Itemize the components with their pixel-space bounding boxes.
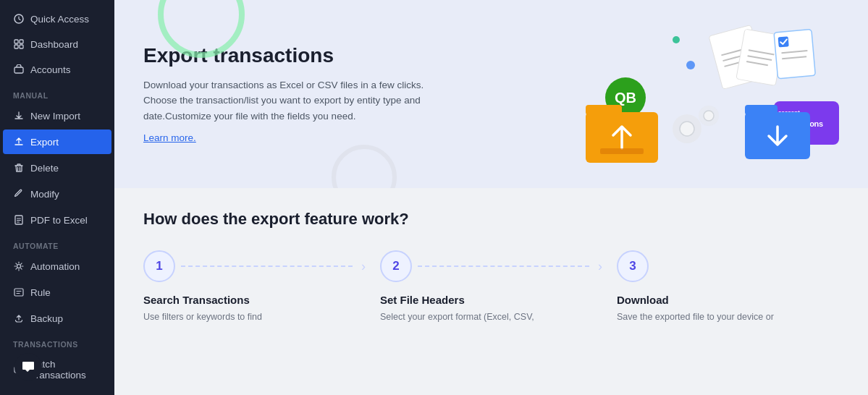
hero-banner: Export transactions Download your transa… [114, 0, 868, 188]
rule-icon [13, 286, 25, 298]
new-import-icon [13, 110, 25, 122]
backup-icon [13, 313, 25, 324]
sidebar-section-manual: MANUAL [0, 82, 114, 103]
svg-rect-15 [600, 148, 644, 154]
svg-point-7 [17, 265, 21, 268]
svg-rect-1 [14, 40, 18, 43]
sidebar-item-delete-label: Delete [30, 163, 59, 174]
sidebar-item-quick-access[interactable]: Quick Access [3, 7, 111, 31]
pdf-icon [13, 214, 25, 226]
sidebar-section-automate: AUTOMATE [0, 233, 114, 253]
hero-illustration: QB [564, 22, 839, 166]
dashboard-icon [13, 38, 25, 50]
step-1-circle: 1 [143, 250, 175, 282]
svg-rect-8 [14, 289, 23, 296]
svg-point-40 [686, 61, 695, 69]
svg-rect-2 [20, 40, 23, 43]
chat-bubble[interactable] [14, 353, 42, 381]
main-content: Export transactions Download your transa… [114, 0, 868, 395]
sidebar: Quick Access Dashboard Accounts MANUAL N… [0, 0, 114, 395]
sidebar-item-backup[interactable]: Backup [3, 306, 111, 331]
delete-icon [13, 162, 25, 174]
sidebar-item-accounts-label: Accounts [30, 64, 71, 75]
sidebar-item-backup-label: Backup [30, 313, 63, 324]
sidebar-item-pdf-to-excel[interactable]: PDF to Excel [3, 208, 111, 232]
steps-section-title: How does the export feature work? [143, 210, 839, 229]
accounts-icon [13, 64, 25, 75]
sidebar-item-export[interactable]: Export [3, 129, 111, 154]
step-1-arrow: › [361, 259, 366, 274]
step-2-desc: Select your export format (Excel, CSV, [380, 310, 602, 324]
step-2-label: Set File Headers [380, 294, 602, 306]
sidebar-item-dashboard-label: Dashboard [30, 39, 78, 50]
quick-access-icon [13, 13, 25, 25]
svg-rect-3 [14, 45, 18, 48]
sidebar-item-automation[interactable]: Automation [3, 254, 111, 279]
sidebar-item-accounts[interactable]: Accounts [3, 57, 111, 82]
svg-point-39 [704, 111, 714, 121]
step-2-circle: 2 [380, 250, 412, 282]
svg-point-37 [680, 122, 694, 136]
step-2: 2 › Set File Headers Select your export … [380, 250, 602, 324]
step-1-label: Search Transactions [143, 294, 366, 306]
step-3-label: Download [617, 294, 839, 306]
step-3: 3 Download Save the exported file to you… [617, 250, 839, 324]
sidebar-item-automation-label: Automation [30, 261, 80, 272]
sidebar-section-transactions: TRANSACTIONS [0, 331, 114, 352]
sidebar-item-modify-label: Modify [30, 189, 59, 200]
step-2-arrow: › [598, 259, 602, 274]
sidebar-item-rule[interactable]: Rule [3, 280, 111, 305]
svg-rect-14 [586, 105, 622, 115]
export-icon [13, 136, 25, 148]
svg-rect-5 [14, 67, 23, 73]
step-3-desc: Save the exported file to your device or [617, 310, 839, 324]
step-1-connector [181, 266, 353, 267]
svg-rect-35 [745, 105, 778, 115]
svg-point-25 [673, 36, 680, 43]
svg-text:QB: QB [615, 90, 636, 106]
sidebar-item-delete[interactable]: Delete [3, 156, 111, 180]
hero-description: Download your transactions as Excel or C… [143, 77, 433, 124]
step-1: 1 › Search Transactions Use filters or k… [143, 250, 366, 324]
sidebar-item-rule-label: Rule [30, 287, 51, 298]
sidebar-item-export-label: Export [30, 137, 59, 148]
sidebar-item-new-import[interactable]: New Import [3, 103, 111, 128]
learn-more-link[interactable]: Learn more. [143, 132, 196, 143]
hero-text-block: Export transactions Download your transa… [143, 44, 433, 145]
step-2-connector [418, 266, 589, 267]
modify-icon [13, 188, 25, 200]
step-1-desc: Use filters or keywords to find [143, 310, 366, 324]
deco-circle-bottom [332, 145, 397, 188]
sidebar-item-pdf-to-excel-label: PDF to Excel [30, 215, 88, 226]
steps-section: How does the export feature work? 1 › Se… [114, 188, 868, 346]
sidebar-item-new-import-label: New Import [30, 111, 80, 122]
svg-rect-4 [20, 45, 23, 48]
svg-rect-28 [778, 36, 789, 47]
steps-row: 1 › Search Transactions Use filters or k… [143, 250, 839, 324]
sidebar-item-credit[interactable]: Credit [3, 388, 111, 395]
sidebar-item-quick-access-label: Quick Access [30, 14, 89, 25]
automation-icon [13, 260, 25, 272]
sidebar-item-dashboard[interactable]: Dashboard [3, 32, 111, 56]
step-3-circle: 3 [617, 250, 649, 282]
sidebar-item-modify[interactable]: Modify [3, 182, 111, 206]
svg-rect-27 [774, 29, 815, 78]
